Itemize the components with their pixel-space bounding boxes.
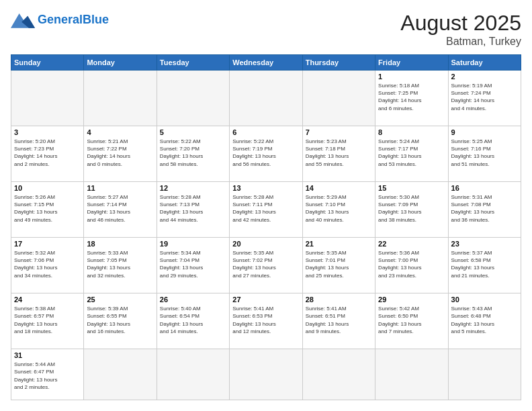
calendar-cell: 23Sunrise: 5:37 AM Sunset: 6:58 PM Dayli…: [448, 238, 521, 293]
day-number: 12: [160, 184, 226, 192]
calendar-cell: [157, 71, 229, 126]
calendar-body: 1Sunrise: 5:18 AM Sunset: 7:25 PM Daylig…: [11, 71, 521, 400]
calendar: SundayMondayTuesdayWednesdayThursdayFrid…: [11, 54, 521, 400]
calendar-cell: 17Sunrise: 5:32 AM Sunset: 7:06 PM Dayli…: [11, 238, 84, 293]
header: GeneralBlue August 2025 Batman, Turkey: [11, 11, 521, 48]
calendar-cell: [302, 71, 375, 126]
day-info: Sunrise: 5:32 AM Sunset: 7:06 PM Dayligh…: [14, 249, 81, 279]
day-info: Sunrise: 5:44 AM Sunset: 6:47 PM Dayligh…: [14, 361, 81, 391]
day-number: 24: [14, 295, 81, 304]
day-number: 22: [378, 240, 445, 248]
day-info: Sunrise: 5:23 AM Sunset: 7:18 PM Dayligh…: [306, 138, 372, 168]
calendar-cell: 28Sunrise: 5:41 AM Sunset: 6:51 PM Dayli…: [302, 293, 375, 349]
calendar-cell: 5Sunrise: 5:22 AM Sunset: 7:20 PM Daylig…: [157, 126, 229, 182]
subtitle: Batman, Turkey: [400, 36, 521, 48]
calendar-cell: 10Sunrise: 5:26 AM Sunset: 7:15 PM Dayli…: [11, 182, 84, 238]
logo-icon: [11, 11, 35, 30]
day-info: Sunrise: 5:37 AM Sunset: 6:58 PM Dayligh…: [451, 249, 518, 279]
calendar-cell: 18Sunrise: 5:33 AM Sunset: 7:05 PM Dayli…: [84, 238, 157, 293]
day-number: 11: [87, 184, 153, 192]
calendar-cell: 21Sunrise: 5:35 AM Sunset: 7:01 PM Dayli…: [302, 238, 375, 293]
day-info: Sunrise: 5:22 AM Sunset: 7:20 PM Dayligh…: [160, 138, 226, 168]
calendar-cell: 20Sunrise: 5:35 AM Sunset: 7:02 PM Dayli…: [230, 238, 302, 293]
day-number: 26: [160, 295, 226, 304]
day-number: 29: [378, 295, 445, 304]
day-info: Sunrise: 5:22 AM Sunset: 7:19 PM Dayligh…: [232, 138, 299, 168]
day-info: Sunrise: 5:38 AM Sunset: 6:57 PM Dayligh…: [14, 305, 81, 335]
logo: GeneralBlue: [11, 11, 109, 30]
day-number: 9: [451, 128, 518, 136]
day-info: Sunrise: 5:27 AM Sunset: 7:14 PM Dayligh…: [87, 193, 153, 224]
day-number: 28: [306, 295, 372, 304]
day-info: Sunrise: 5:28 AM Sunset: 7:13 PM Dayligh…: [160, 193, 226, 224]
day-number: 27: [232, 295, 299, 304]
day-info: Sunrise: 5:29 AM Sunset: 7:10 PM Dayligh…: [306, 193, 372, 224]
day-info: Sunrise: 5:33 AM Sunset: 7:05 PM Dayligh…: [87, 249, 153, 279]
main-title: August 2025: [400, 11, 521, 36]
day-info: Sunrise: 5:21 AM Sunset: 7:22 PM Dayligh…: [87, 138, 153, 168]
day-info: Sunrise: 5:41 AM Sunset: 6:53 PM Dayligh…: [232, 305, 299, 335]
day-number: 18: [87, 240, 153, 248]
calendar-cell: 9Sunrise: 5:25 AM Sunset: 7:16 PM Daylig…: [448, 126, 521, 182]
calendar-cell: [11, 71, 84, 126]
weekday-header-monday: Monday: [84, 55, 157, 71]
calendar-cell: 19Sunrise: 5:34 AM Sunset: 7:04 PM Dayli…: [157, 238, 229, 293]
day-number: 2: [451, 73, 518, 81]
weekday-header-friday: Friday: [375, 55, 448, 71]
day-info: Sunrise: 5:42 AM Sunset: 6:50 PM Dayligh…: [378, 305, 445, 335]
day-number: 5: [160, 128, 226, 136]
day-info: Sunrise: 5:26 AM Sunset: 7:15 PM Dayligh…: [14, 193, 81, 224]
title-block: August 2025 Batman, Turkey: [400, 11, 521, 48]
calendar-cell: 6Sunrise: 5:22 AM Sunset: 7:19 PM Daylig…: [230, 126, 302, 182]
calendar-cell: [448, 349, 521, 400]
calendar-cell: 14Sunrise: 5:29 AM Sunset: 7:10 PM Dayli…: [302, 182, 375, 238]
day-number: 10: [14, 184, 81, 192]
week-row-1: 3Sunrise: 5:20 AM Sunset: 7:23 PM Daylig…: [11, 126, 521, 182]
day-number: 25: [87, 295, 153, 304]
day-number: 31: [14, 351, 81, 359]
day-number: 13: [232, 184, 299, 192]
week-row-4: 24Sunrise: 5:38 AM Sunset: 6:57 PM Dayli…: [11, 293, 521, 349]
day-info: Sunrise: 5:35 AM Sunset: 7:01 PM Dayligh…: [306, 249, 372, 279]
calendar-cell: [157, 349, 229, 400]
calendar-cell: 30Sunrise: 5:43 AM Sunset: 6:48 PM Dayli…: [448, 293, 521, 349]
day-info: Sunrise: 5:28 AM Sunset: 7:11 PM Dayligh…: [232, 193, 299, 224]
calendar-cell: [230, 349, 302, 400]
day-number: 4: [87, 128, 153, 136]
calendar-cell: 13Sunrise: 5:28 AM Sunset: 7:11 PM Dayli…: [230, 182, 302, 238]
logo-text: GeneralBlue: [38, 13, 109, 27]
day-number: 6: [232, 128, 299, 136]
day-info: Sunrise: 5:20 AM Sunset: 7:23 PM Dayligh…: [14, 138, 81, 168]
day-info: Sunrise: 5:24 AM Sunset: 7:17 PM Dayligh…: [378, 138, 445, 168]
day-number: 20: [232, 240, 299, 248]
week-row-2: 10Sunrise: 5:26 AM Sunset: 7:15 PM Dayli…: [11, 182, 521, 238]
calendar-cell: [84, 349, 157, 400]
day-number: 23: [451, 240, 518, 248]
weekday-header-thursday: Thursday: [302, 55, 375, 71]
logo-blue: Blue: [83, 13, 109, 26]
calendar-cell: 1Sunrise: 5:18 AM Sunset: 7:25 PM Daylig…: [375, 71, 448, 126]
day-info: Sunrise: 5:31 AM Sunset: 7:08 PM Dayligh…: [451, 193, 518, 224]
calendar-cell: 25Sunrise: 5:39 AM Sunset: 6:55 PM Dayli…: [84, 293, 157, 349]
day-number: 14: [306, 184, 372, 192]
day-number: 1: [378, 73, 445, 81]
day-number: 7: [306, 128, 372, 136]
calendar-cell: 8Sunrise: 5:24 AM Sunset: 7:17 PM Daylig…: [375, 126, 448, 182]
day-number: 3: [14, 128, 81, 136]
calendar-cell: 7Sunrise: 5:23 AM Sunset: 7:18 PM Daylig…: [302, 126, 375, 182]
calendar-cell: [302, 349, 375, 400]
weekday-header-tuesday: Tuesday: [157, 55, 229, 71]
calendar-cell: 16Sunrise: 5:31 AM Sunset: 7:08 PM Dayli…: [448, 182, 521, 238]
weekday-header-saturday: Saturday: [448, 55, 521, 71]
calendar-cell: 29Sunrise: 5:42 AM Sunset: 6:50 PM Dayli…: [375, 293, 448, 349]
day-info: Sunrise: 5:30 AM Sunset: 7:09 PM Dayligh…: [378, 193, 445, 224]
calendar-cell: 15Sunrise: 5:30 AM Sunset: 7:09 PM Dayli…: [375, 182, 448, 238]
calendar-cell: 27Sunrise: 5:41 AM Sunset: 6:53 PM Dayli…: [230, 293, 302, 349]
day-info: Sunrise: 5:43 AM Sunset: 6:48 PM Dayligh…: [451, 305, 518, 335]
week-row-5: 31Sunrise: 5:44 AM Sunset: 6:47 PM Dayli…: [11, 349, 521, 400]
day-number: 30: [451, 295, 518, 304]
calendar-cell: 3Sunrise: 5:20 AM Sunset: 7:23 PM Daylig…: [11, 126, 84, 182]
calendar-cell: 22Sunrise: 5:36 AM Sunset: 7:00 PM Dayli…: [375, 238, 448, 293]
day-info: Sunrise: 5:36 AM Sunset: 7:00 PM Dayligh…: [378, 249, 445, 279]
day-info: Sunrise: 5:35 AM Sunset: 7:02 PM Dayligh…: [232, 249, 299, 279]
